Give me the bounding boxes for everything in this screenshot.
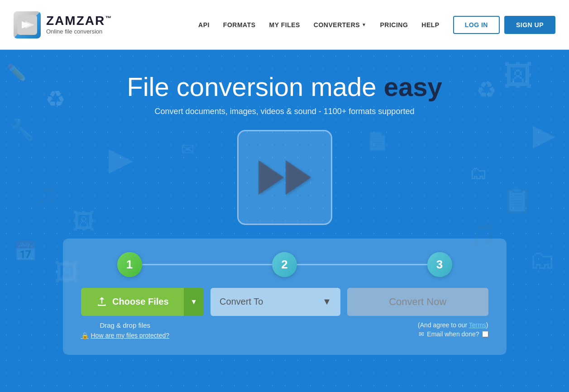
- email-when-done-label: Email when done?: [427, 330, 479, 338]
- converters-dropdown-arrow: ▼: [362, 22, 366, 27]
- logo-area: ZAMZAR™ Online file conversion: [14, 11, 112, 38]
- choose-files-button[interactable]: Choose Files: [81, 288, 184, 316]
- header: ZAMZAR™ Online file conversion API FORMA…: [0, 0, 569, 50]
- below-controls: Drag & drop files 🔒 How are my files pro…: [81, 321, 488, 339]
- nav-converters[interactable]: CONVERTERS ▼: [314, 21, 367, 29]
- terms-text: (And agree to our Terms): [418, 321, 488, 329]
- logo-text: ZAMZAR™ Online file conversion: [46, 14, 112, 35]
- login-button[interactable]: LOG IN: [453, 16, 500, 34]
- step-line-1: [142, 264, 273, 265]
- logo-tagline: Online file conversion: [46, 28, 112, 35]
- hero-section: ✏️ ♻ 🔧 ▶ 🎵 🖼 📅 🖼 🖼 ♻ ▶ 🗂 📋 🎵 🗂 ✉ 📄 File …: [0, 50, 569, 392]
- logo-name: ZAMZAR™: [46, 14, 112, 27]
- choose-files-group: Choose Files ▼: [81, 288, 204, 316]
- nav-help[interactable]: HELP: [421, 21, 439, 29]
- signup-button[interactable]: SIGN UP: [504, 16, 555, 34]
- convert-to-select[interactable]: Convert To ▼: [210, 288, 340, 316]
- nav-api[interactable]: API: [198, 21, 210, 29]
- step-1-circle: 1: [117, 252, 142, 277]
- upload-icon: [96, 296, 108, 308]
- fast-forward-icon: [258, 160, 311, 195]
- nav-pricing[interactable]: PRICING: [380, 21, 408, 29]
- drag-drop-text: Drag & drop files: [81, 321, 170, 329]
- nav-my-files[interactable]: MY FILES: [269, 21, 300, 29]
- step-3-circle: 3: [427, 252, 452, 277]
- conversion-form: 1 2 3 Choose Files: [63, 239, 507, 355]
- choose-files-dropdown-button[interactable]: ▼: [184, 288, 204, 316]
- email-when-done-checkbox[interactable]: [482, 331, 488, 337]
- left-info: Drag & drop files 🔒 How are my files pro…: [81, 321, 170, 339]
- controls-row: Choose Files ▼ Convert To ▼ Convert Now: [81, 288, 488, 316]
- hero-subtitle: Convert documents, images, videos & soun…: [155, 107, 415, 116]
- convert-to-label: Convert To: [220, 296, 263, 307]
- terms-link[interactable]: Terms: [469, 321, 486, 329]
- convert-now-button[interactable]: Convert Now: [347, 288, 488, 316]
- ff-triangle-1: [258, 160, 284, 195]
- protected-link[interactable]: 🔒 How are my files protected?: [81, 332, 170, 339]
- hero-title: File conversion made easy: [127, 72, 442, 101]
- ff-triangle-2: [286, 160, 311, 195]
- right-info: (And agree to our Terms) ✉ Email when do…: [418, 321, 488, 339]
- choose-files-label: Choose Files: [112, 296, 168, 307]
- hero-conversion-icon: [237, 130, 332, 225]
- nav-formats[interactable]: FORMATS: [223, 21, 256, 29]
- main-nav: API FORMATS MY FILES CONVERTERS ▼ PRICIN…: [198, 21, 440, 29]
- step-2-circle: 2: [272, 252, 297, 277]
- convert-to-dropdown-arrow: ▼: [322, 296, 331, 307]
- logo-icon: [14, 11, 41, 38]
- header-buttons: LOG IN SIGN UP: [453, 16, 555, 34]
- email-row: ✉ Email when done?: [419, 330, 488, 338]
- email-icon: ✉: [419, 330, 424, 338]
- steps-row: 1 2 3: [81, 252, 488, 277]
- choose-files-dropdown-arrow: ▼: [190, 298, 197, 306]
- step-line-2: [297, 264, 427, 265]
- lock-icon: 🔒: [81, 332, 89, 339]
